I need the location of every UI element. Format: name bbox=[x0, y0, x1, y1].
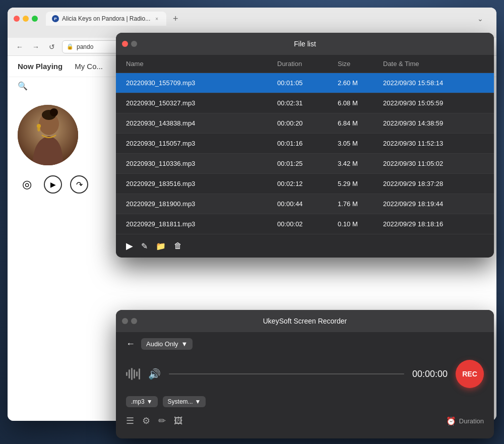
rec-button[interactable]: REC bbox=[456, 360, 484, 388]
rec-timer: 00:00:00 bbox=[412, 369, 448, 379]
col-date: Date & Time bbox=[383, 60, 484, 68]
file-size: 6.84 M bbox=[338, 119, 383, 127]
recorder-dot-2[interactable] bbox=[131, 318, 137, 324]
recorder-overlay: UkeySoft Screen Recorder ← Audio Only ▼ … bbox=[116, 310, 494, 438]
thumbs-up-button[interactable]: ◎ bbox=[18, 175, 36, 194]
play-file-button[interactable]: ▶ bbox=[126, 240, 133, 251]
svg-point-3 bbox=[50, 108, 58, 116]
recorder-controls: 🔊 00:00:00 REC bbox=[116, 356, 494, 392]
file-name: 20220929_183516.mp3 bbox=[126, 180, 277, 187]
recorder-format-bar: .mp3 ▼ System... ▼ bbox=[116, 392, 494, 411]
tab-bar: P Alicia Keys on Pandora | Radio... × + bbox=[46, 12, 466, 26]
file-row[interactable]: 20220929_181900.mp3 00:00:44 1.76 M 2022… bbox=[116, 194, 494, 214]
format-label: .mp3 bbox=[131, 398, 145, 405]
file-date: 2022/09/30 15:05:59 bbox=[383, 99, 484, 107]
delete-button[interactable]: 🗑 bbox=[174, 241, 182, 250]
file-name: 20220930_110336.mp3 bbox=[126, 160, 277, 167]
nav-my-collection[interactable]: My Co... bbox=[75, 62, 103, 71]
mode-chevron-icon: ▼ bbox=[181, 340, 188, 348]
file-table: Name Duration Size Date & Time 20220930_… bbox=[116, 55, 494, 234]
file-row[interactable]: 20220930_150327.mp3 00:02:31 6.08 M 2022… bbox=[116, 93, 494, 113]
lock-icon: 🔒 bbox=[67, 43, 74, 50]
close-traffic-light[interactable] bbox=[14, 16, 20, 22]
file-duration: 00:01:16 bbox=[277, 140, 338, 147]
duration-label: Duration bbox=[459, 417, 484, 425]
file-duration: 00:00:44 bbox=[277, 200, 338, 208]
mode-label: Audio Only bbox=[146, 340, 178, 348]
file-duration: 00:02:31 bbox=[277, 99, 338, 107]
file-name: 20220930_115057.mp3 bbox=[126, 140, 277, 147]
mode-dropdown[interactable]: Audio Only ▼ bbox=[141, 338, 193, 350]
file-toolbar: ▶ ✎ 📁 🗑 bbox=[116, 234, 494, 258]
file-row[interactable]: 20220930_143838.mp4 00:00:20 6.84 M 2022… bbox=[116, 113, 494, 133]
file-name: 20220929_181900.mp3 bbox=[126, 200, 277, 208]
file-date: 2022/09/30 14:38:59 bbox=[383, 119, 484, 127]
source-dropdown[interactable]: System... ▼ bbox=[163, 396, 206, 407]
file-row[interactable]: 20220929_181811.mp3 00:00:02 0.10 M 2022… bbox=[116, 214, 494, 234]
tab-title: Alicia Keys on Pandora | Radio... bbox=[62, 15, 150, 22]
col-name: Name bbox=[126, 60, 277, 68]
brush-icon[interactable]: ✏ bbox=[158, 415, 166, 426]
col-duration: Duration bbox=[277, 60, 338, 68]
file-list-title: File list bbox=[294, 40, 316, 48]
file-size: 0.10 M bbox=[338, 220, 383, 228]
file-row[interactable]: 20220929_183516.mp3 00:02:12 5.29 M 2022… bbox=[116, 173, 494, 194]
image-icon[interactable]: 🖼 bbox=[174, 416, 183, 426]
edit-file-button[interactable]: ✎ bbox=[141, 241, 148, 251]
waveform-bar-1 bbox=[126, 372, 128, 376]
file-name: 20220930_143838.mp4 bbox=[126, 119, 277, 127]
duration-button[interactable]: ⏰ Duration bbox=[446, 416, 484, 426]
address-text: pando bbox=[77, 43, 93, 50]
file-row[interactable]: 20220930_155709.mp3 00:01:05 2.60 M 2022… bbox=[116, 73, 494, 93]
source-chevron-icon: ▼ bbox=[195, 398, 201, 405]
file-size: 2.60 M bbox=[338, 79, 383, 87]
file-row[interactable]: 20220930_110336.mp3 00:01:25 3.42 M 2022… bbox=[116, 153, 494, 173]
play-button[interactable]: ▶ bbox=[44, 175, 62, 194]
skip-button[interactable]: ↷ bbox=[70, 175, 88, 194]
waveform-bar-5 bbox=[136, 371, 138, 376]
file-size: 3.42 M bbox=[338, 160, 383, 167]
file-name: 20220930_155709.mp3 bbox=[126, 79, 277, 87]
browser-menu-icon[interactable]: ⌄ bbox=[470, 15, 490, 23]
file-list-close-button[interactable] bbox=[122, 41, 128, 47]
file-list-title-bar: File list bbox=[116, 33, 494, 55]
format-dropdown[interactable]: .mp3 ▼ bbox=[126, 396, 158, 407]
pandora-favicon: P bbox=[52, 15, 59, 22]
file-date: 2022/09/29 18:37:28 bbox=[383, 180, 484, 187]
tab-close-button[interactable]: × bbox=[153, 15, 160, 22]
file-date: 2022/09/29 18:19:44 bbox=[383, 200, 484, 208]
file-row[interactable]: 20220930_115057.mp3 00:01:16 3.05 M 2022… bbox=[116, 133, 494, 153]
alarm-icon: ⏰ bbox=[446, 416, 456, 426]
reload-button[interactable]: ↺ bbox=[46, 41, 58, 53]
maximize-traffic-light[interactable] bbox=[32, 16, 38, 22]
file-name: 20220930_150327.mp3 bbox=[126, 99, 277, 107]
artist-image bbox=[18, 105, 78, 165]
col-size: Size bbox=[338, 60, 383, 68]
format-chevron-icon: ▼ bbox=[147, 398, 153, 405]
folder-button[interactable]: 📁 bbox=[156, 241, 166, 251]
file-list-minimize-button[interactable] bbox=[131, 41, 137, 47]
list-icon[interactable]: ☰ bbox=[126, 415, 134, 426]
recorder-bottom-bar: ☰ ⚙ ✏ 🖼 ⏰ Duration bbox=[116, 411, 494, 430]
forward-button[interactable]: → bbox=[30, 41, 42, 53]
waveform-bar-2 bbox=[129, 369, 130, 378]
waveform-bar-3 bbox=[131, 368, 133, 380]
settings-icon[interactable]: ⚙ bbox=[142, 415, 150, 426]
new-tab-button[interactable]: + bbox=[168, 12, 182, 26]
file-date: 2022/09/30 11:52:13 bbox=[383, 140, 484, 147]
file-size: 5.29 M bbox=[338, 180, 383, 187]
back-button[interactable]: ← bbox=[14, 41, 26, 53]
artist-silhouette bbox=[18, 105, 78, 165]
search-icon: 🔍 bbox=[18, 81, 28, 91]
svg-point-5 bbox=[37, 126, 40, 132]
recorder-title: UkeySoft Screen Recorder bbox=[263, 317, 347, 325]
recorder-dot-1[interactable] bbox=[122, 318, 128, 324]
minimize-traffic-light[interactable] bbox=[23, 16, 29, 22]
nav-now-playing[interactable]: Now Playing bbox=[18, 62, 62, 71]
file-date: 2022/09/30 15:58:14 bbox=[383, 79, 484, 87]
file-size: 1.76 M bbox=[338, 200, 383, 208]
file-name: 20220929_181811.mp3 bbox=[126, 220, 277, 228]
active-tab[interactable]: P Alicia Keys on Pandora | Radio... × bbox=[46, 12, 166, 26]
recorder-back-button[interactable]: ← bbox=[126, 339, 135, 349]
file-rows-container: 20220930_155709.mp3 00:01:05 2.60 M 2022… bbox=[116, 73, 494, 234]
